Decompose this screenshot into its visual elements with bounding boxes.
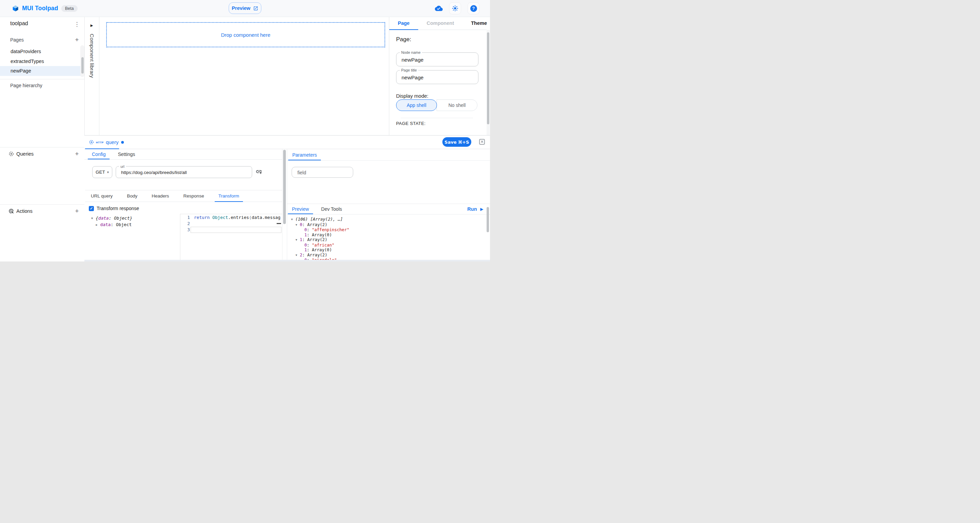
query-panel-scrollbar-track[interactable] [282,149,287,262]
sidebar-item-extractedtypes[interactable]: extractedTypes [0,56,81,66]
inspector-scrollbar-thumb[interactable] [487,32,489,124]
drop-component-zone[interactable]: Drop component here [106,22,385,47]
pages-scrollbar-thumb[interactable] [81,57,84,73]
code-line[interactable]: 3 [180,227,282,233]
url-input[interactable] [121,166,250,179]
tree-expand-arrow-icon[interactable]: ▼ [91,215,95,222]
project-menu-kebab-icon[interactable]: ⋮ [73,20,80,28]
query-name-label: query [106,139,119,145]
add-page-button[interactable]: + [73,36,81,43]
tree-row[interactable]: 1: Array(0) [287,247,486,253]
tree-segment: : [307,228,312,232]
tab-parameters[interactable]: Parameters [288,149,321,160]
tree-row[interactable]: ▶data: Object [84,222,180,228]
checkbox-checked-icon[interactable]: ✓ [89,206,94,211]
tab-page[interactable]: Page [389,17,418,30]
url-field[interactable]: url [116,166,252,178]
tree-row[interactable]: 0: "african" [287,243,486,248]
display-mode-no-shell[interactable]: No shell [437,99,477,111]
tree-segment: "affenpinscher" [312,228,350,232]
queries-header-label: Queries [16,151,34,156]
tree-row[interactable]: 1: Array(0) [287,233,486,238]
tree-expand-arrow-icon[interactable]: ▼ [296,223,300,228]
tree-expand-arrow-icon[interactable]: ▼ [296,253,300,258]
tab-headers[interactable]: Headers [148,190,173,202]
tab-response[interactable]: Response [180,190,208,202]
tab-url-query[interactable]: URL query [87,190,116,202]
cloud-done-icon[interactable] [435,5,443,12]
tree-row[interactable]: ▼1: Array(2) [287,237,486,243]
sidebar-item-dataproviders[interactable]: dataProviders [0,47,81,56]
page-title-input[interactable] [401,70,474,85]
close-panel-button[interactable]: ✕ [479,139,485,145]
help-button[interactable]: ? [468,2,479,14]
page-title-field[interactable]: Page title [396,70,479,84]
code-line[interactable]: 2 [180,220,282,226]
tree-expand-arrow-icon[interactable]: ▶ [96,222,100,228]
tab-preview[interactable]: Preview [288,204,313,214]
query-icon [89,140,94,145]
transform-response-toggle[interactable]: ✓ Transform response [89,206,139,211]
query-tab[interactable]: HTTP query [84,136,130,149]
http-method-select[interactable]: GET ▾ [92,166,112,178]
tree-expand-arrow-icon[interactable]: ▼ [291,217,296,222]
sidebar-item-newpage[interactable]: newPage [0,66,81,76]
brand: MUI Toolpad Beta [12,0,78,17]
save-button[interactable]: Save ⌘+S [442,137,471,147]
open-in-new-icon [253,6,258,11]
add-binding-icon[interactable] [256,168,262,175]
tab-theme[interactable]: Theme [463,17,490,30]
output-scrollbar-thumb[interactable] [487,207,489,232]
query-editor-header: HTTP query Save ⌘+S ✕ [84,136,490,149]
tab-dev-tools[interactable]: Dev Tools [317,204,346,214]
query-panel-scrollbar-thumb[interactable] [283,150,286,224]
pages-section-header: Pages + [0,36,84,44]
component-library-label[interactable]: Component library [89,34,95,78]
parameter-name-input[interactable] [297,167,349,178]
drop-hint-label: Drop component here [221,32,270,38]
tab-transform[interactable]: Transform [215,190,243,202]
tree-segment: Array(2) [307,237,327,242]
preview-button[interactable]: Preview [229,2,261,14]
tab-config[interactable]: Config [88,149,110,159]
tree-row[interactable]: ▼2: Array(2) [287,253,486,258]
tree-row[interactable]: ▼{data: Object} [84,215,180,222]
tab-settings[interactable]: Settings [114,149,139,159]
tree-row[interactable]: ▼(106) [Array(2), …] [287,217,486,222]
preview-button-label: Preview [232,5,250,11]
transform-code-editor[interactable]: 1return Object.entries(data.messag23 [180,214,282,260]
run-button[interactable]: Run ▶ [467,204,483,214]
page-hierarchy-row[interactable]: Page hierarchy [0,81,84,89]
pages-scrollbar-track[interactable] [80,45,84,77]
theme-toggle-button[interactable] [449,2,461,14]
pages-list: dataProvidersextractedTypesnewPage [0,47,81,76]
tree-segment: : [302,253,307,257]
add-query-button[interactable]: + [73,150,81,158]
display-mode-label: Display mode: [396,93,428,99]
parameters-tab-label: Parameters [292,152,317,158]
add-action-button[interactable]: + [73,207,81,215]
line-number: 2 [180,221,194,226]
actions-header-label: Actions [16,208,33,214]
parameter-name-field[interactable] [292,167,353,178]
tree-segment: : [307,247,312,252]
display-mode-toggle-group: App shellNo shell [396,99,477,111]
tree-expand-arrow-icon[interactable]: ▼ [296,238,300,243]
node-name-field[interactable]: Node name [396,53,479,66]
app-title: MUI Toolpad [22,5,58,12]
tree-segment: data [98,215,109,221]
code-line[interactable]: 1return Object.entries(data.messag [180,214,282,220]
expand-arrow-icon[interactable]: ▶ [84,24,99,27]
help-icon: ? [470,5,477,12]
code-text: return Object.entries(data.messag [194,215,280,220]
tree-row[interactable]: 0: "affenpinscher" [287,228,486,233]
request-tabs: URL queryBodyHeadersResponseTransform [85,190,282,202]
editor-overflow-dash [277,223,281,224]
tree-row[interactable]: ▼0: Array(2) [287,222,486,228]
tab-component[interactable]: Component [418,17,463,30]
pages-header-label: Pages [10,37,24,43]
node-name-input[interactable] [401,53,474,67]
tab-body[interactable]: Body [123,190,141,202]
unsaved-indicator-dot [121,141,124,144]
display-mode-app-shell[interactable]: App shell [396,99,437,111]
